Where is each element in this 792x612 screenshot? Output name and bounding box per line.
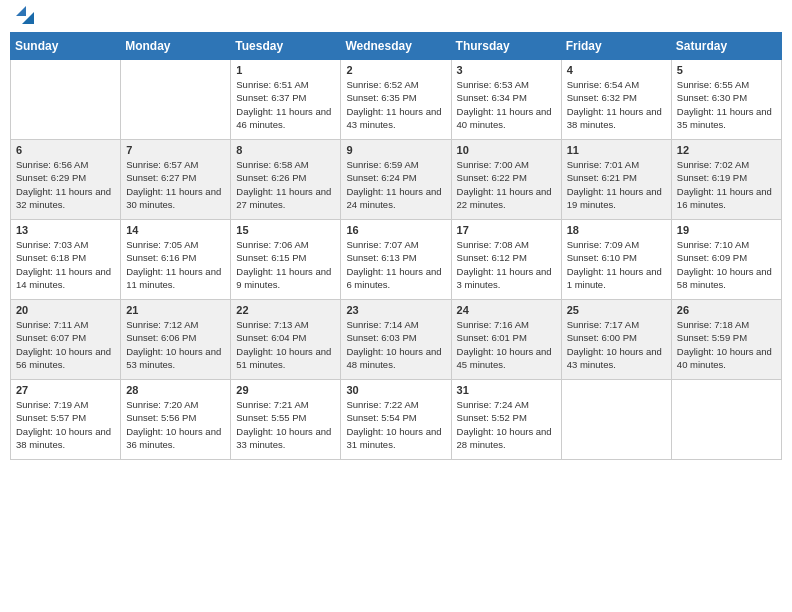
cell-content: Sunrise: 7:17 AM Sunset: 6:00 PM Dayligh…	[567, 318, 666, 371]
calendar-table: SundayMondayTuesdayWednesdayThursdayFrid…	[10, 32, 782, 460]
calendar-cell: 7Sunrise: 6:57 AM Sunset: 6:27 PM Daylig…	[121, 140, 231, 220]
cell-content: Sunrise: 6:59 AM Sunset: 6:24 PM Dayligh…	[346, 158, 445, 211]
day-number: 21	[126, 304, 225, 316]
calendar-cell	[11, 60, 121, 140]
day-number: 14	[126, 224, 225, 236]
logo-icon	[16, 6, 34, 24]
header-friday: Friday	[561, 33, 671, 60]
cell-content: Sunrise: 6:52 AM Sunset: 6:35 PM Dayligh…	[346, 78, 445, 131]
calendar-cell: 5Sunrise: 6:55 AM Sunset: 6:30 PM Daylig…	[671, 60, 781, 140]
day-number: 30	[346, 384, 445, 396]
cell-content: Sunrise: 7:02 AM Sunset: 6:19 PM Dayligh…	[677, 158, 776, 211]
cell-content: Sunrise: 7:19 AM Sunset: 5:57 PM Dayligh…	[16, 398, 115, 451]
day-number: 31	[457, 384, 556, 396]
day-number: 15	[236, 224, 335, 236]
week-row-2: 6Sunrise: 6:56 AM Sunset: 6:29 PM Daylig…	[11, 140, 782, 220]
cell-content: Sunrise: 7:05 AM Sunset: 6:16 PM Dayligh…	[126, 238, 225, 291]
calendar-cell: 29Sunrise: 7:21 AM Sunset: 5:55 PM Dayli…	[231, 380, 341, 460]
day-number: 4	[567, 64, 666, 76]
day-number: 6	[16, 144, 115, 156]
day-number: 9	[346, 144, 445, 156]
cell-content: Sunrise: 6:56 AM Sunset: 6:29 PM Dayligh…	[16, 158, 115, 211]
day-number: 3	[457, 64, 556, 76]
calendar-cell: 26Sunrise: 7:18 AM Sunset: 5:59 PM Dayli…	[671, 300, 781, 380]
day-number: 17	[457, 224, 556, 236]
calendar-cell: 28Sunrise: 7:20 AM Sunset: 5:56 PM Dayli…	[121, 380, 231, 460]
cell-content: Sunrise: 7:08 AM Sunset: 6:12 PM Dayligh…	[457, 238, 556, 291]
day-number: 22	[236, 304, 335, 316]
calendar-cell: 10Sunrise: 7:00 AM Sunset: 6:22 PM Dayli…	[451, 140, 561, 220]
calendar-cell: 30Sunrise: 7:22 AM Sunset: 5:54 PM Dayli…	[341, 380, 451, 460]
calendar-cell: 23Sunrise: 7:14 AM Sunset: 6:03 PM Dayli…	[341, 300, 451, 380]
day-number: 16	[346, 224, 445, 236]
header-row: SundayMondayTuesdayWednesdayThursdayFrid…	[11, 33, 782, 60]
calendar-cell: 18Sunrise: 7:09 AM Sunset: 6:10 PM Dayli…	[561, 220, 671, 300]
calendar-cell: 27Sunrise: 7:19 AM Sunset: 5:57 PM Dayli…	[11, 380, 121, 460]
logo	[14, 10, 34, 24]
svg-marker-1	[16, 6, 26, 16]
calendar-cell: 8Sunrise: 6:58 AM Sunset: 6:26 PM Daylig…	[231, 140, 341, 220]
day-number: 8	[236, 144, 335, 156]
day-number: 7	[126, 144, 225, 156]
header-wednesday: Wednesday	[341, 33, 451, 60]
day-number: 27	[16, 384, 115, 396]
day-number: 18	[567, 224, 666, 236]
calendar-cell: 1Sunrise: 6:51 AM Sunset: 6:37 PM Daylig…	[231, 60, 341, 140]
cell-content: Sunrise: 7:22 AM Sunset: 5:54 PM Dayligh…	[346, 398, 445, 451]
calendar-cell: 22Sunrise: 7:13 AM Sunset: 6:04 PM Dayli…	[231, 300, 341, 380]
calendar-cell: 14Sunrise: 7:05 AM Sunset: 6:16 PM Dayli…	[121, 220, 231, 300]
calendar-cell: 31Sunrise: 7:24 AM Sunset: 5:52 PM Dayli…	[451, 380, 561, 460]
calendar-cell	[121, 60, 231, 140]
calendar-cell: 9Sunrise: 6:59 AM Sunset: 6:24 PM Daylig…	[341, 140, 451, 220]
week-row-3: 13Sunrise: 7:03 AM Sunset: 6:18 PM Dayli…	[11, 220, 782, 300]
cell-content: Sunrise: 6:54 AM Sunset: 6:32 PM Dayligh…	[567, 78, 666, 131]
calendar-cell: 3Sunrise: 6:53 AM Sunset: 6:34 PM Daylig…	[451, 60, 561, 140]
cell-content: Sunrise: 7:16 AM Sunset: 6:01 PM Dayligh…	[457, 318, 556, 371]
day-number: 29	[236, 384, 335, 396]
header-monday: Monday	[121, 33, 231, 60]
week-row-5: 27Sunrise: 7:19 AM Sunset: 5:57 PM Dayli…	[11, 380, 782, 460]
calendar-cell: 12Sunrise: 7:02 AM Sunset: 6:19 PM Dayli…	[671, 140, 781, 220]
calendar-cell	[671, 380, 781, 460]
calendar-cell: 4Sunrise: 6:54 AM Sunset: 6:32 PM Daylig…	[561, 60, 671, 140]
day-number: 13	[16, 224, 115, 236]
calendar-cell: 24Sunrise: 7:16 AM Sunset: 6:01 PM Dayli…	[451, 300, 561, 380]
cell-content: Sunrise: 7:14 AM Sunset: 6:03 PM Dayligh…	[346, 318, 445, 371]
calendar-cell: 16Sunrise: 7:07 AM Sunset: 6:13 PM Dayli…	[341, 220, 451, 300]
day-number: 1	[236, 64, 335, 76]
header-sunday: Sunday	[11, 33, 121, 60]
calendar-cell	[561, 380, 671, 460]
day-number: 20	[16, 304, 115, 316]
cell-content: Sunrise: 7:00 AM Sunset: 6:22 PM Dayligh…	[457, 158, 556, 211]
cell-content: Sunrise: 7:09 AM Sunset: 6:10 PM Dayligh…	[567, 238, 666, 291]
cell-content: Sunrise: 6:51 AM Sunset: 6:37 PM Dayligh…	[236, 78, 335, 131]
calendar-cell: 15Sunrise: 7:06 AM Sunset: 6:15 PM Dayli…	[231, 220, 341, 300]
cell-content: Sunrise: 7:18 AM Sunset: 5:59 PM Dayligh…	[677, 318, 776, 371]
page-header	[10, 10, 782, 24]
header-thursday: Thursday	[451, 33, 561, 60]
cell-content: Sunrise: 7:01 AM Sunset: 6:21 PM Dayligh…	[567, 158, 666, 211]
calendar-cell: 6Sunrise: 6:56 AM Sunset: 6:29 PM Daylig…	[11, 140, 121, 220]
week-row-4: 20Sunrise: 7:11 AM Sunset: 6:07 PM Dayli…	[11, 300, 782, 380]
day-number: 24	[457, 304, 556, 316]
cell-content: Sunrise: 7:21 AM Sunset: 5:55 PM Dayligh…	[236, 398, 335, 451]
week-row-1: 1Sunrise: 6:51 AM Sunset: 6:37 PM Daylig…	[11, 60, 782, 140]
header-tuesday: Tuesday	[231, 33, 341, 60]
cell-content: Sunrise: 6:55 AM Sunset: 6:30 PM Dayligh…	[677, 78, 776, 131]
day-number: 11	[567, 144, 666, 156]
calendar-cell: 2Sunrise: 6:52 AM Sunset: 6:35 PM Daylig…	[341, 60, 451, 140]
cell-content: Sunrise: 7:20 AM Sunset: 5:56 PM Dayligh…	[126, 398, 225, 451]
calendar-cell: 20Sunrise: 7:11 AM Sunset: 6:07 PM Dayli…	[11, 300, 121, 380]
day-number: 10	[457, 144, 556, 156]
cell-content: Sunrise: 6:57 AM Sunset: 6:27 PM Dayligh…	[126, 158, 225, 211]
day-number: 25	[567, 304, 666, 316]
day-number: 26	[677, 304, 776, 316]
calendar-cell: 11Sunrise: 7:01 AM Sunset: 6:21 PM Dayli…	[561, 140, 671, 220]
calendar-cell: 19Sunrise: 7:10 AM Sunset: 6:09 PM Dayli…	[671, 220, 781, 300]
day-number: 12	[677, 144, 776, 156]
cell-content: Sunrise: 7:24 AM Sunset: 5:52 PM Dayligh…	[457, 398, 556, 451]
day-number: 28	[126, 384, 225, 396]
day-number: 23	[346, 304, 445, 316]
cell-content: Sunrise: 6:53 AM Sunset: 6:34 PM Dayligh…	[457, 78, 556, 131]
cell-content: Sunrise: 7:13 AM Sunset: 6:04 PM Dayligh…	[236, 318, 335, 371]
